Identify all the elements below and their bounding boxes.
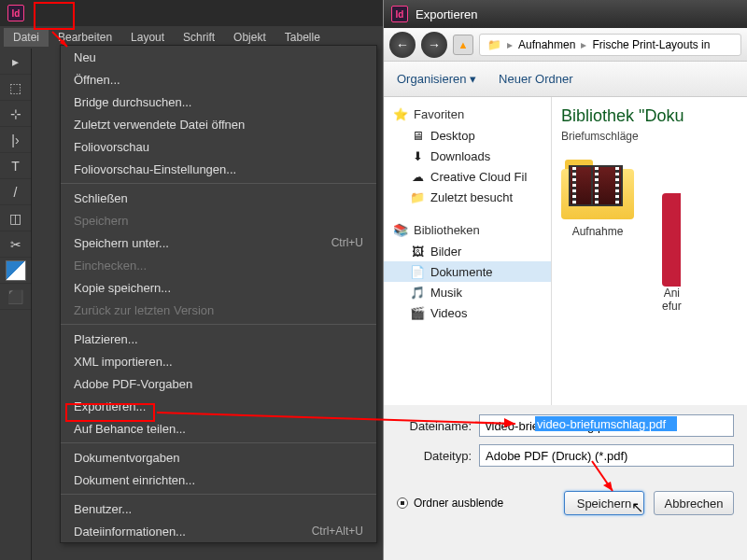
menu-datei[interactable]: Datei bbox=[4, 28, 49, 47]
tool-frame[interactable]: ⬚ bbox=[0, 75, 31, 101]
menu-behance[interactable]: Auf Behance teilen... bbox=[61, 417, 376, 440]
menu-exportieren[interactable]: Exportieren... bbox=[61, 395, 376, 417]
video-icon: 🎬 bbox=[410, 305, 425, 320]
menu-platzieren[interactable]: Platzieren... bbox=[61, 328, 376, 350]
filetype-select[interactable] bbox=[479, 444, 734, 467]
tool-rect[interactable]: ◫ bbox=[0, 205, 31, 231]
hide-folders-radio[interactable] bbox=[397, 497, 408, 509]
download-icon: ⬇ bbox=[410, 148, 425, 163]
menu-bridge[interactable]: Bridge durchsuchen... bbox=[61, 91, 376, 113]
red-panel bbox=[662, 193, 681, 287]
tool-type[interactable]: T bbox=[0, 153, 31, 179]
documents-icon: 📄 bbox=[410, 264, 425, 279]
menu-schliessen[interactable]: Schließen bbox=[61, 187, 376, 209]
indesign-logo: Id bbox=[7, 5, 24, 21]
sidebar-recent[interactable]: 📁Zuletzt besucht bbox=[384, 187, 551, 207]
tool-scissors[interactable]: ✂ bbox=[0, 231, 31, 258]
menu-speichern: Speichern bbox=[61, 209, 376, 231]
dialog-sidebar: ⭐Favoriten 🖥Desktop ⬇Downloads ☁Creative… bbox=[384, 97, 552, 405]
menu-neu[interactable]: Neu bbox=[61, 46, 376, 68]
hide-folders-label: Ordner ausblende bbox=[414, 497, 503, 510]
library-title: Bibliothek "Doku bbox=[561, 106, 738, 126]
menu-oeffnen[interactable]: Öffnen... bbox=[61, 68, 376, 91]
dialog-title: Exportieren bbox=[416, 7, 477, 21]
nav-up-button[interactable]: ▲ bbox=[453, 35, 473, 55]
desktop-icon: 🖥 bbox=[410, 128, 425, 143]
menu-kopie[interactable]: Kopie speichern... bbox=[61, 276, 376, 299]
tool-content[interactable]: |› bbox=[0, 127, 31, 153]
music-icon: 🎵 bbox=[410, 285, 425, 300]
menu-foliovorschau[interactable]: Foliovorschau bbox=[61, 135, 376, 158]
sidebar-dokumente[interactable]: 📄Dokumente bbox=[384, 261, 551, 282]
menu-speichern-unter[interactable]: Speichern unter...Ctrl+U bbox=[61, 231, 376, 254]
menu-pdf-vorgaben[interactable]: Adobe PDF-Vorgaben bbox=[61, 372, 376, 395]
sidebar-creative-cloud[interactable]: ☁Creative Cloud Fil bbox=[384, 166, 551, 187]
menu-einchecken: Einchecken... bbox=[61, 254, 376, 276]
menu-objekt[interactable]: Objekt bbox=[224, 28, 275, 47]
menu-zurueck: Zurück zur letzten Version bbox=[61, 299, 376, 321]
cursor-icon: ↖ bbox=[631, 498, 643, 516]
sidebar-bilder[interactable]: 🖼Bilder bbox=[384, 241, 551, 261]
tool-fill[interactable]: ⬛ bbox=[0, 284, 31, 310]
tool-gap[interactable]: ⊹ bbox=[0, 101, 31, 127]
tool-line[interactable]: / bbox=[0, 179, 31, 205]
filetype-label: Dateityp: bbox=[397, 449, 472, 463]
menu-bearbeiten[interactable]: Bearbeiten bbox=[49, 28, 121, 47]
new-folder-button[interactable]: Neuer Ordner bbox=[499, 72, 572, 86]
sidebar-musik[interactable]: 🎵Musik bbox=[384, 282, 551, 302]
sidebar-downloads[interactable]: ⬇Downloads bbox=[384, 146, 551, 166]
menu-tabelle[interactable]: Tabelle bbox=[275, 28, 330, 47]
organize-button[interactable]: Organisieren ▾ bbox=[397, 72, 476, 86]
nav-forward-button[interactable]: → bbox=[421, 32, 447, 58]
menu-xml[interactable]: XML importieren... bbox=[61, 350, 376, 372]
nav-back-button[interactable]: ← bbox=[389, 32, 416, 58]
menu-dateiinfo[interactable]: Dateiinformationen...Ctrl+Alt+U bbox=[61, 520, 376, 542]
dialog-logo: Id bbox=[391, 6, 408, 22]
sidebar-desktop[interactable]: 🖥Desktop bbox=[384, 125, 551, 146]
filename-label: Dateiname: bbox=[397, 419, 472, 433]
menu-zuletzt[interactable]: Zuletzt verwendete Datei öffnen bbox=[61, 113, 376, 135]
folder-ani[interactable]: Ani efur bbox=[662, 156, 682, 313]
star-icon: ⭐ bbox=[393, 106, 408, 121]
library-subtitle: Briefumschläge bbox=[561, 130, 738, 143]
library-icon: 📚 bbox=[393, 222, 408, 237]
breadcrumb[interactable]: 📁▸ Aufnahmen▸ Frische Print-Layouts in bbox=[479, 34, 741, 56]
folder-aufnahme[interactable]: Aufnahme bbox=[561, 156, 634, 313]
tool-selection[interactable]: ▸ bbox=[0, 49, 31, 75]
export-dialog: Id Exportieren ← → ▲ 📁▸ Aufnahmen▸ Frisc… bbox=[383, 0, 747, 560]
color-swatch[interactable] bbox=[6, 260, 26, 281]
cloud-icon: ☁ bbox=[410, 169, 425, 184]
sidebar-videos[interactable]: 🎬Videos bbox=[384, 302, 551, 323]
menu-dok-einrichten[interactable]: Dokument einrichten... bbox=[61, 469, 376, 491]
menu-schrift[interactable]: Schrift bbox=[174, 28, 224, 47]
folder-icon: 📁 bbox=[410, 189, 425, 204]
menu-dok-vorgaben[interactable]: Dokumentvorgaben bbox=[61, 446, 376, 469]
menu-benutzer[interactable]: Benutzer... bbox=[61, 497, 376, 520]
file-menu-dropdown: Neu Öffnen... Bridge durchsuchen... Zule… bbox=[60, 45, 377, 543]
pictures-icon: 🖼 bbox=[410, 244, 425, 259]
menu-folio-einst[interactable]: Foliovorschau-Einstellungen... bbox=[61, 158, 376, 180]
tool-panel: ▸ ⬚ ⊹ |› T / ◫ ✂ ⬛ bbox=[0, 49, 32, 560]
filename-selection: video-briefumschlag.pdf bbox=[535, 416, 677, 431]
menu-layout[interactable]: Layout bbox=[121, 28, 174, 47]
cancel-button[interactable]: Abbrechen bbox=[654, 491, 734, 515]
